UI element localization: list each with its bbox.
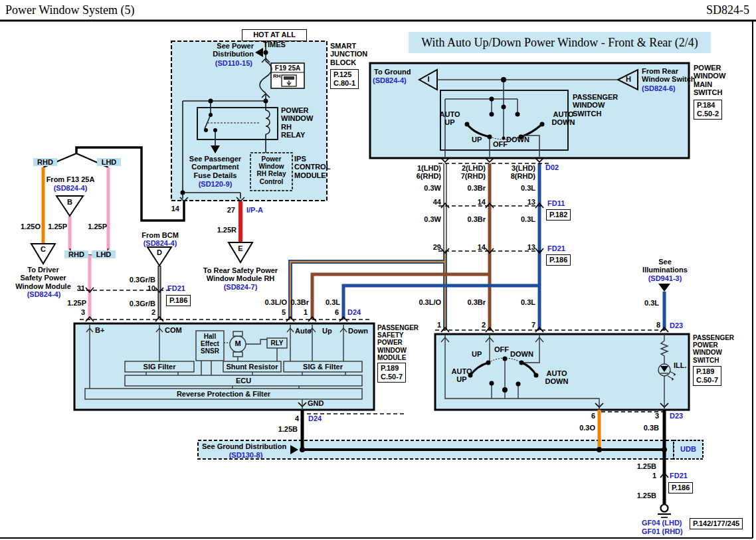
pin-2: 2 bbox=[141, 308, 155, 316]
sig-and-filter-label: SIG & Filter bbox=[284, 363, 362, 371]
d24-bottom-label: D24 bbox=[308, 414, 331, 422]
rhd-tag-2: RHD bbox=[64, 250, 88, 258]
shunt-resistor-label: Shunt Resistor bbox=[223, 363, 281, 371]
wire-125p-a-label: 1.25P bbox=[43, 223, 67, 230]
p186-left-box: P.186 bbox=[166, 295, 191, 306]
triangle-c-letter: C bbox=[37, 245, 50, 253]
reverse-protection-label: Reverse Protection & Filter bbox=[85, 390, 362, 398]
see-fuse-details: See Passenger Compartment Fuse Details bbox=[187, 155, 244, 179]
pin-1-mod: 1 bbox=[292, 308, 308, 316]
auto-down-label: AUTO DOWN bbox=[545, 110, 582, 127]
gnd-p186-box: P.186 bbox=[668, 482, 693, 494]
see-illuminations-label: See Illuminations bbox=[639, 258, 691, 274]
triangle-h-letter: H bbox=[623, 75, 634, 83]
psw-ref: P.189 C.50-7 bbox=[693, 366, 721, 386]
auto-pin-label: Auto bbox=[295, 327, 318, 335]
psw-auto-down-label: AUTO DOWN bbox=[538, 369, 575, 386]
down-label: DOWN bbox=[506, 135, 537, 143]
gnd-label: GND bbox=[308, 399, 330, 407]
wire-03o-label: 0.3O bbox=[571, 424, 595, 432]
ground-pages-box: P.142/177/245 bbox=[690, 518, 743, 529]
psw-wire-03l-label: 0.3L bbox=[509, 298, 535, 306]
triangle-e-letter: E bbox=[234, 244, 247, 252]
ill-label: ILL. bbox=[674, 361, 694, 369]
motor-label: M bbox=[232, 339, 244, 347]
p182-box: P.182 bbox=[546, 209, 571, 221]
ecu-label: ECU bbox=[125, 377, 362, 385]
from-rear-label: From Rear Window Switch bbox=[642, 67, 698, 84]
auto-up-label: AUTO UP bbox=[434, 110, 465, 127]
diagram-subtitle: With Auto Up/Down Power Window - Front &… bbox=[409, 32, 711, 53]
pin-13-fd11: 13 bbox=[517, 198, 535, 206]
wire-03br-mod-label: 0.3Br bbox=[282, 298, 309, 306]
fuse-label: F19 25A bbox=[271, 64, 304, 72]
main-switch-name: POWER WINDOW MAIN SWITCH bbox=[694, 64, 741, 96]
com-label: COM bbox=[165, 326, 189, 334]
ipa-connector: I/P-A bbox=[246, 206, 274, 214]
page-title: Power Window System (5) bbox=[5, 3, 134, 17]
rly-label: RLY bbox=[267, 339, 287, 347]
wire-125p-c-label: 1.25P bbox=[61, 299, 86, 307]
gf01-label: GF01 (RHD) bbox=[642, 527, 688, 535]
pin-44: 44 bbox=[423, 198, 441, 206]
see-power-ref: (SD110-15) bbox=[199, 59, 252, 67]
psw-pin-7: 7 bbox=[523, 321, 535, 329]
from-rear-ref: (SD824-6) bbox=[642, 84, 688, 92]
wire-03l-a-label: 0.3L bbox=[510, 184, 535, 192]
down-pin-label: Down bbox=[348, 327, 375, 335]
wire-03br-b-label: 0.3Br bbox=[459, 215, 486, 223]
psw-down-label: DOWN bbox=[510, 350, 541, 358]
ground-symbol bbox=[658, 505, 671, 518]
up-label: UP bbox=[472, 135, 489, 143]
wire-125o-label: 1.25O bbox=[16, 223, 41, 230]
from-bcm-label: From BCM bbox=[140, 231, 181, 239]
relay-name: POWER WINDOW RH RELAY bbox=[281, 106, 318, 139]
sjb-ref: P.125 C.80-1 bbox=[330, 69, 359, 89]
illumination-arrow bbox=[658, 284, 670, 292]
hall-sensor-label: Hall Effect SNSR bbox=[197, 333, 223, 355]
wire-125r-label: 1.25R bbox=[211, 226, 236, 234]
psw-up-label: UP bbox=[472, 350, 489, 358]
to-driver-ref: (SD824-4) bbox=[19, 290, 69, 298]
relay-control-label: Power Window RH Relay Control bbox=[251, 155, 292, 185]
from-f13-label: From F13 25A bbox=[39, 175, 102, 183]
pin-14: 14 bbox=[163, 205, 179, 213]
lhd-tag-2: LHD bbox=[92, 250, 116, 258]
wire-03w-a-label: 0.3W bbox=[416, 184, 441, 192]
bplus-label: B+ bbox=[95, 326, 112, 334]
from-f13-ref: (SD824-4) bbox=[41, 184, 100, 192]
psw-pin-2: 2 bbox=[474, 321, 486, 329]
ips-module-label: IPS CONTROL MODULE bbox=[294, 155, 334, 179]
sig-filter-label: SIG Filter bbox=[125, 363, 194, 371]
triangle-b-letter: B bbox=[63, 198, 76, 206]
fd21-left-label: FD21 bbox=[167, 284, 191, 292]
pin-6-mod: 6 bbox=[323, 308, 339, 316]
triangle-i-letter: I bbox=[423, 75, 434, 83]
d02-label: D02 bbox=[545, 163, 568, 171]
wire-03l-b-label: 0.3L bbox=[510, 215, 535, 223]
from-bcm-ref: (SD824-4) bbox=[140, 239, 181, 247]
gf04-label: GF04 (LHD) bbox=[642, 519, 688, 527]
triangle-d-letter: D bbox=[153, 248, 166, 256]
psw-wire-03br-label: 0.3Br bbox=[459, 298, 486, 306]
psw-name: PASSENGER POWER WINDOW SWITCH bbox=[693, 334, 745, 364]
d24-label: D24 bbox=[347, 308, 370, 316]
see-fuse-ref: (SD120-9) bbox=[187, 180, 244, 188]
udb-label: UDB bbox=[674, 445, 703, 453]
module-ref: P.189 C.50-7 bbox=[377, 363, 406, 383]
power-window-main-switch-box bbox=[370, 63, 689, 158]
wire-03l-ill-label: 0.3L bbox=[634, 299, 659, 307]
to-rear-label: To Rear Safety Power Window Module RH bbox=[195, 266, 286, 283]
d23-bottom-label: D23 bbox=[670, 412, 691, 420]
pin-4: 4 bbox=[284, 414, 299, 422]
page-code: SD824-5 bbox=[671, 3, 749, 17]
pin-14-fd11: 14 bbox=[467, 198, 486, 206]
pin-29: 29 bbox=[423, 243, 441, 251]
wire-125b-1-label: 1.25B bbox=[627, 462, 656, 470]
pin-10: 10 bbox=[138, 284, 155, 292]
see-ground-distribution: See Ground Distribution bbox=[202, 442, 291, 450]
see-power-distribution: See Power Distribution bbox=[199, 42, 254, 58]
d23-label: D23 bbox=[670, 321, 691, 329]
gnd-pin-1: 1 bbox=[643, 472, 656, 480]
wire-03grb-a-label: 0.3Gr/B bbox=[122, 276, 155, 284]
